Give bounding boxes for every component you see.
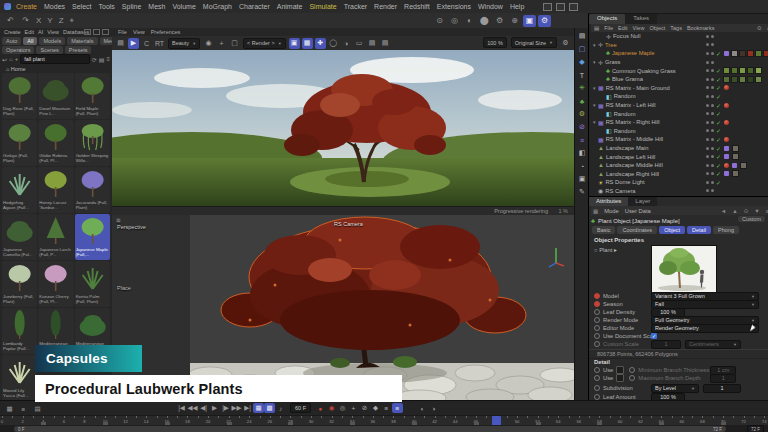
search-objects-icon[interactable]: ⊙ <box>757 25 762 31</box>
back-icon[interactable]: ↩ <box>2 56 7 63</box>
anim-dot[interactable] <box>594 301 600 307</box>
user-data-menu[interactable]: User Data <box>625 208 651 214</box>
asset-menu-view[interactable]: View <box>47 29 59 37</box>
enabled-check-icon[interactable]: ✓ <box>716 153 721 160</box>
mograph-icon[interactable]: ≡ <box>576 134 588 146</box>
use-checkbox[interactable] <box>616 366 624 374</box>
cube-icon[interactable]: ◆ <box>576 56 588 68</box>
attr-chip-coordinates[interactable]: Coordinates <box>617 226 657 234</box>
enabled-check-icon[interactable]: ✓ <box>716 162 721 169</box>
object-menu-tags[interactable]: Tags <box>670 25 682 31</box>
object-row-random[interactable]: ◧Random✓ <box>589 92 768 101</box>
enabled-check-icon[interactable]: ✓ <box>716 136 721 143</box>
param-dot[interactable] <box>629 375 635 381</box>
asset-item-juneberry-fall-plant[interactable]: Juneberry (Fall, Plant) <box>2 261 37 307</box>
home-icon[interactable]: ⌂ <box>9 56 13 62</box>
object-row-rs-matrix-right-hill[interactable]: ▾▦RS Matrix - Right Hill✓ <box>589 118 768 127</box>
phong-tag-icon[interactable] <box>724 146 729 151</box>
render-visibility-dot[interactable] <box>711 121 714 124</box>
render-visibility-dot[interactable] <box>711 52 714 55</box>
enabled-check-icon[interactable]: ✓ <box>716 76 721 83</box>
clip-mode-icon[interactable]: ◑ <box>428 403 439 413</box>
play-mode-button[interactable]: ▩ <box>264 403 275 413</box>
asset-item-ginkgo-fall-plant[interactable]: Ginkgo (Fall, Plant) <box>2 120 37 166</box>
record-button[interactable]: ● <box>315 403 326 413</box>
menu-item-redshift[interactable]: Redshift <box>404 3 430 10</box>
object-row-landscape-left-hill[interactable]: ▲Landscape Left Hill✓ <box>589 152 768 161</box>
editor-visibility-dot[interactable] <box>706 121 709 124</box>
enabled-check-icon[interactable]: ✓ <box>716 84 721 91</box>
param-checkbox[interactable]: ✓ <box>651 333 657 339</box>
object-row-common-quaking-grass[interactable]: ♣Common Quaking Grass✓ <box>589 66 768 75</box>
render-visibility-dot[interactable] <box>711 78 714 81</box>
param-dropdown[interactable]: By Level▼ <box>651 384 699 393</box>
object-row-tree[interactable]: ▾✛Tree <box>589 41 768 50</box>
autokey-button[interactable]: ◉ <box>326 403 337 413</box>
asset-item-jacaranda-fall-plant[interactable]: Jacaranda (Fall, Plant) <box>75 167 110 213</box>
asset-item-kanzan-cherry-fall-pl[interactable]: Kanzan Cherry (Fall, Pl... <box>38 261 73 307</box>
image-icon[interactable]: ▤ <box>115 38 126 49</box>
axis-lock-y[interactable]: Y <box>47 16 52 25</box>
object-row-landscape-right-hill[interactable]: ▲Landscape Right Hill✓ <box>589 170 768 179</box>
end-frame-field[interactable]: 72 F <box>747 425 764 432</box>
viewport-camera-label[interactable]: RS Camera <box>334 221 363 227</box>
snapshot-icon[interactable]: ▭ <box>354 38 365 49</box>
text-tool-icon[interactable]: T <box>576 69 588 81</box>
size-dropdown[interactable]: Original Size▼ <box>511 37 557 48</box>
search-icon[interactable]: ⊙ <box>744 208 749 214</box>
object-menu-bookmarks[interactable]: Bookmarks <box>687 25 715 31</box>
material-swatch[interactable] <box>739 50 746 57</box>
anim-dot[interactable] <box>594 375 600 381</box>
editor-visibility-dot[interactable] <box>706 112 709 115</box>
editor-visibility-dot[interactable] <box>706 86 709 89</box>
attr-chip-object[interactable]: Object <box>659 226 685 234</box>
object-row-focus-null[interactable]: ✛Focus Null <box>589 32 768 41</box>
asset-tab-scenes[interactable]: Scenes <box>36 46 62 54</box>
loop-mode-button[interactable]: ▦ <box>253 403 264 413</box>
editor-visibility-dot[interactable] <box>706 52 709 55</box>
object-row-blue-grama[interactable]: ♣Blue Grama✓ <box>589 75 768 84</box>
attr-chip-basic[interactable]: Basic <box>592 226 615 234</box>
refresh-icon[interactable]: ⟳ <box>92 56 97 63</box>
grid-icon[interactable]: ▦ <box>302 38 313 49</box>
menu-item-create[interactable]: Create <box>16 3 37 10</box>
plane-icon[interactable]: ▢ <box>576 43 588 55</box>
enabled-check-icon[interactable]: ✓ <box>716 170 721 177</box>
object-menu-object[interactable]: Object <box>649 25 665 31</box>
param-value-field[interactable]: 1 <box>710 374 736 383</box>
lock-icon[interactable]: ▣ <box>289 38 300 49</box>
aov-icon[interactable]: ◉ <box>203 38 214 49</box>
object-row-rs-matrix-middle-hill[interactable]: ▦RS Matrix - Middle Hill✓ <box>589 135 768 144</box>
plant-icon[interactable]: ♣ <box>576 95 588 107</box>
render-view-icon[interactable]: ⊙ <box>433 15 446 27</box>
copy-snapshot-icon[interactable]: ▤ <box>380 38 391 49</box>
editor-visibility-dot[interactable] <box>706 181 709 184</box>
texture-tag-icon[interactable] <box>732 145 739 152</box>
param-dot[interactable] <box>629 367 635 373</box>
render-settings-gear-icon[interactable]: ⚙ <box>560 37 571 48</box>
editor-visibility-dot[interactable] <box>706 61 709 64</box>
material-swatch[interactable] <box>755 76 762 83</box>
undo-icon[interactable]: ↶ <box>4 15 17 27</box>
phong-tag-icon[interactable] <box>724 154 729 159</box>
anim-dot[interactable] <box>594 293 600 299</box>
range-slider[interactable]: 0 F 72 F <box>14 426 726 432</box>
realtime-icon[interactable]: RT <box>154 38 165 49</box>
material-icon[interactable]: ⬤ <box>478 15 491 27</box>
camera-tool-icon[interactable]: ◔ <box>576 160 588 172</box>
pan-icon[interactable]: ✚ <box>315 38 326 49</box>
render-visibility-dot[interactable] <box>711 35 714 38</box>
render-visibility-dot[interactable] <box>711 129 714 132</box>
anim-dot[interactable] <box>594 367 600 373</box>
enabled-check-icon[interactable]: ✓ <box>716 102 721 109</box>
editor-visibility-dot[interactable] <box>706 155 709 158</box>
material-swatch[interactable] <box>731 67 738 74</box>
track-icon[interactable]: ≡ <box>381 403 392 413</box>
perspective-viewport[interactable]: ▦ Perspective RS Camera Place <box>112 215 574 400</box>
custom-button[interactable]: Custom <box>738 216 765 222</box>
mode-menu[interactable]: Mode <box>604 208 619 214</box>
material-swatch[interactable] <box>731 76 738 83</box>
goto-end-button[interactable]: ▶| <box>242 403 253 413</box>
menu-item-simulate[interactable]: Simulate <box>309 3 336 10</box>
asset-tab-auto[interactable]: Auto <box>2 37 21 45</box>
